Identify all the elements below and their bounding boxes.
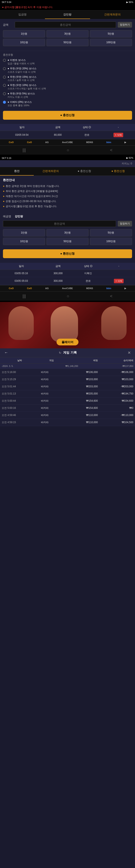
play-badge-area[interactable]: 플레이어 <box>57 340 78 344</box>
r0-time: 오전 5:16:00 <box>0 369 39 376</box>
info-item-2: ● 재환전 대기시간은 마지막 입금으로부터 2시간 <box>3 194 132 198</box>
tab-deposit-btn[interactable]: ● 충전신청 <box>68 167 101 176</box>
logo-arrow-2[interactable]: ▶ <box>125 287 126 290</box>
tab-withdrawal-btn[interactable]: ● 환전신청 <box>101 167 135 176</box>
nav-home-2[interactable]: ○ <box>67 294 69 299</box>
delete-btn-2[interactable]: × 삭제 <box>114 279 124 283</box>
bullet-0: ● <box>3 184 4 188</box>
amount-input[interactable] <box>15 22 116 28</box>
signal-2: ▶ 92% <box>126 157 133 159</box>
notice-bar: ● 공지사항 [룰링규정] 숙지 후 이용 바랍니다. <box>0 4 135 10</box>
row1-action[interactable]: × 삭제 <box>102 131 135 139</box>
amount-btn-5만[interactable]: 5만원 <box>90 30 132 37</box>
nav-back-1[interactable]: < <box>110 148 113 153</box>
reset-button-1[interactable]: 정정하기 <box>118 22 132 28</box>
tab-quick-inquiry-2[interactable]: 간편계좌문의 <box>34 167 68 176</box>
radio-15pct-bonus[interactable]: ● 무한 (무한 15%) 보너스 스포츠 / 슬롯 이용 시 선택 <box>3 75 132 82</box>
bottom-nav-1: ||| ○ < <box>0 146 135 155</box>
tab-username[interactable]: 강민팡 <box>45 10 90 19</box>
wrow1-amount: 300,000 <box>43 270 74 277</box>
logo-ag: AG <box>45 141 49 144</box>
nav-menu-2[interactable]: ||| <box>23 294 26 299</box>
tab-quick-inquiry[interactable]: 간편계좌문의 <box>90 10 135 19</box>
radio-0pct-bonus[interactable]: ● 이베타 (0%) 보너스 모든 충록 롤링 100% <box>3 100 132 107</box>
total-bet: ₩1,146,200 <box>64 364 100 369</box>
amount-btn-50만[interactable]: 50만원 <box>47 39 88 46</box>
logo-bar-2: CoO CoO AG AvoCUBE MDNS bbin ▶ <box>0 285 135 291</box>
r1-result: ₩103,000 <box>100 376 135 383</box>
refresh-icon[interactable]: ↻ <box>59 351 61 354</box>
play-badge[interactable]: 플레이어 <box>57 339 78 345</box>
deposit-form: 금액 정정하기 1만원 3만원 5만원 10만원 50만원 100만원 <box>0 19 135 51</box>
w-amount-btn-1만[interactable]: 1만원 <box>3 229 45 237</box>
nav-back-2[interactable]: < <box>110 294 113 299</box>
radio-20pct-bonus[interactable]: ● 무한 (무한 20%) 보너스 스포츠 도달더 이용 시 선택 <box>3 67 132 73</box>
r2-game: 바카라 <box>39 383 64 390</box>
amount-btn-100만[interactable]: 100만원 <box>90 39 132 46</box>
status-bar-1: SKT 5:04 ▶ 96% <box>0 0 135 4</box>
table-row: 오전 4:59:15 바카라 ₩110,000 ₩104,500 <box>0 419 135 426</box>
w-amount-btn-50만[interactable]: 50만원 <box>47 238 88 245</box>
table-row: 오전 5:00:44 바카라 ₩154,600 ₩154,600 <box>0 397 135 404</box>
info-item-0: ● 환전 금액은 3만원 부터 만원단위로 가능합니다. <box>3 184 132 188</box>
w-amount-btn-10만[interactable]: 10만원 <box>3 238 45 245</box>
logo-coo-3: CoO <box>9 287 14 289</box>
radio-sub-4: 카지노 이용 시 선택 <box>7 95 35 99</box>
signal-1: ▶ 96% <box>126 1 133 4</box>
info-item-3: ● 은행 점검시간 23:00~00:30 처리 제한됩니다. <box>3 199 132 203</box>
logo-mdns: MDNS <box>86 141 93 144</box>
th-status-1: 상태 ◎ <box>72 124 102 131</box>
wrow1-status: 미확인 <box>74 270 103 277</box>
radio-label-0: ● 이벤트 보너스 <box>7 58 34 62</box>
bullet-3: ● <box>3 199 4 203</box>
row1-date: 03/05 04:54 <box>0 131 44 139</box>
records-header: ← ↻ 게임 기록 ✕ <box>0 348 135 358</box>
r6-result: -₩110,000 <box>100 411 135 419</box>
w-amount-btn-5만[interactable]: 5만원 <box>90 229 132 237</box>
radio-event-bonus[interactable]: ● 이벤트 보너스 입금 / 돌발 이벤트 시 선택 <box>3 58 132 65</box>
rth-game: 게임 <box>39 358 64 364</box>
radio-label-5: ● 이베타 (0%) 보너스 <box>7 100 32 104</box>
w-amount-btn-100만[interactable]: 100만원 <box>90 238 132 245</box>
radio-sub-1: 스포츠 도달더 이용 시 선택 <box>7 70 36 73</box>
tab-label-0: 입금명 <box>18 13 27 16</box>
wrow1-date: 03/05 05:16 <box>0 270 43 277</box>
radio-5pct-bonus[interactable]: ● 무한 (무한 5%) 보너스 카지노 이용 시 선택 <box>3 92 132 99</box>
w-amount-btn-3만[interactable]: 3만원 <box>47 229 88 237</box>
table-row: 03/05 05:03 300,000 완료 × 삭제 <box>0 277 135 285</box>
amount-btn-3만[interactable]: 3만원 <box>47 30 88 37</box>
amount-btn-10만[interactable]: 10만원 <box>3 39 45 46</box>
amount-btn-1만[interactable]: 1만원 <box>3 30 45 37</box>
deposit-submit-btn[interactable]: ● 충전신청 <box>3 111 132 120</box>
reset-button-2[interactable]: 정정하기 <box>118 221 132 226</box>
tab-row-1: 입금명 강민팡 간편계좌문의 <box>0 10 135 19</box>
wrow2-action[interactable]: × 삭제 <box>103 277 135 285</box>
tab-label-w0: 환전 <box>14 169 20 173</box>
wrow2-amount: 300,000 <box>43 277 74 285</box>
logo-arrow-1[interactable]: ▶ <box>125 141 126 144</box>
radio-10pct-bonus[interactable]: ● 무한 (무한 10%) 보너스 스포츠 / 미니게임 / 슬롯 이용 시 선… <box>3 84 132 90</box>
nav-menu-1[interactable]: ||| <box>23 148 26 153</box>
withdrawal-amount-input[interactable] <box>3 220 116 227</box>
r6-time: 오전 4:59:46 <box>0 411 39 419</box>
withdrawal-submit-btn[interactable]: ● 환전신청 <box>3 249 132 258</box>
r2-result: -₩203,000 <box>100 383 135 390</box>
table-row: 오전 5:15:29 바카라 ₩103,000 ₩103,000 <box>0 376 135 383</box>
deposit-table: 일자 금액 상태 ◎ - 03/05 04:54 80,000 완료 × 삭제 <box>0 124 135 139</box>
wrow2-date: 03/05 05:03 <box>0 277 43 285</box>
rth-bet: 베팅 <box>64 358 100 364</box>
wth-status: 상태 ◎ <box>74 263 103 270</box>
tab-deposit-label[interactable]: 입금명 <box>0 10 45 19</box>
r3-time: 오전 5:01:13 <box>0 390 39 397</box>
tab-withdrawal[interactable]: 환전 <box>0 167 34 176</box>
r3-game: 바카라 <box>39 390 64 397</box>
back-button[interactable]: ← <box>3 350 9 355</box>
close-button[interactable]: ✕ <box>126 350 132 355</box>
r5-time: 오전 5:00:16 <box>0 404 39 411</box>
delete-btn-1[interactable]: × 삭제 <box>113 133 123 137</box>
radio-label-1: ● 무한 (무한 20%) 보너스 <box>7 67 36 70</box>
nav-home-1[interactable]: ○ <box>67 148 69 153</box>
charge-type-label: 충전유형 <box>3 53 132 57</box>
tab-row-2: 환전 간편계좌문의 ● 충전신청 ● 환전신청 <box>0 167 135 176</box>
tab-label-1: 강민팡 <box>63 13 72 16</box>
